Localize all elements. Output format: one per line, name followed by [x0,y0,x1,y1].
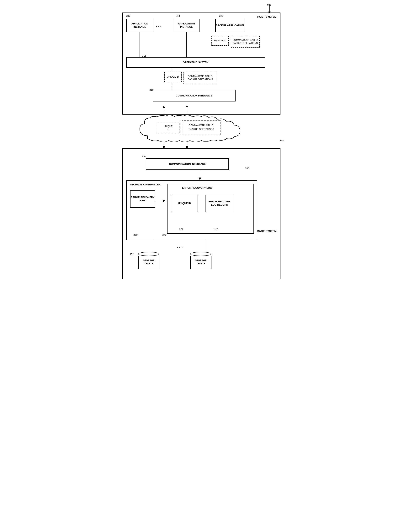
dots-between-apps: · · · [156,24,161,28]
svg-text:COMMAND/API CALLS;: COMMAND/API CALLS; [189,124,214,127]
error-recovery-log-container: ERROR RECOVERY LOG UNIQUE ID ERROR RECOV… [167,184,254,234]
svg-text:UNIQUE: UNIQUE [164,125,173,128]
app-instance-2: APPLICATION INSTANCE [173,19,200,32]
operating-system: OPERATING SYSTEM [126,57,265,68]
ref-320: 320 [219,14,223,17]
ref-358: 358 [142,154,146,157]
storage-system-container: STORAGE SYSTEM 350 358 COMMUNICATION INT… [122,148,281,279]
unique-id-dashed-1: UNIQUE ID [211,36,229,46]
ref-312: 312 [126,14,131,17]
diagram-wrapper: 310 HOST SYSTEM 312 APPLICATION INSTANCE… [117,4,282,12]
ref-360: 360 [133,233,138,236]
inner-storage-container: STORAGE CONTROLLER ERROR RECOVERY LOGIC … [126,180,257,240]
command-api-dashed-2: COMMAND/API CALLS; BACKUP OPERATIONS [183,72,217,84]
storage-controller-label: STORAGE CONTROLLER [130,183,161,186]
svg-marker-18 [186,106,188,107]
ref-316: 316 [142,54,146,57]
storage-device-2: STORAGE DEVICE [190,252,211,269]
network-cloud: UNIQUE ID COMMAND/API CALLS; BACKUP OPER… [136,114,248,141]
command-api-dashed-1: COMMAND/API CALLS; BACKUP OPERATIONS [231,36,260,48]
ref-352: 352 [130,253,134,256]
ref-340: 340 [245,167,249,170]
svg-marker-14 [163,106,165,108]
svg-rect-9 [182,120,221,135]
error-recovery-logic: ERROR RECOVERY LOGIC [130,190,155,208]
ref-374: 374 [179,228,183,230]
ref-314: 314 [176,14,180,17]
comm-interface-2: COMMUNICATION INTERFACE [146,158,229,170]
ref-370: 370 [162,233,167,236]
storage-device-1: STORAGE DEVICE [138,252,159,269]
ref-350: 350 [280,139,284,142]
comm-interface-1: COMMUNICATION INTERFACE [153,90,235,101]
svg-rect-6 [157,122,179,134]
svg-text:ID: ID [167,128,169,131]
svg-marker-22 [199,177,201,180]
backup-app: BACKUP APPLICATION [215,19,244,32]
unique-id-box: UNIQUE ID [171,195,198,212]
error-recover-log-record: ERROR RECOVER LOG RECORD [205,195,234,212]
svg-text:BACKUP OPERATIONS: BACKUP OPERATIONS [189,128,214,131]
app-instance-1: APPLICATION INSTANCE [126,19,153,32]
host-system-label: HOST SYSTEM [257,15,277,18]
unique-id-dashed-2: UNIQUE ID [164,72,182,82]
dots-between-storage: · · · [177,245,183,250]
ref-372: 372 [214,228,218,230]
svg-marker-24 [163,200,166,202]
host-system-container: HOST SYSTEM 312 APPLICATION INSTANCE · ·… [122,13,281,114]
